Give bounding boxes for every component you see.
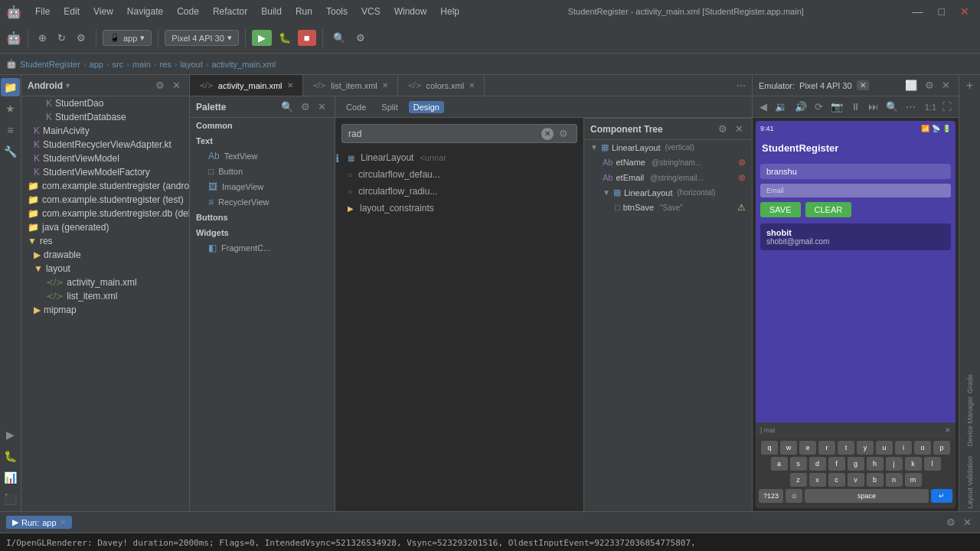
emu-fold-button[interactable]: ⏭ [866,99,880,114]
terminal-icon-side[interactable]: ⬛ [1,490,20,508]
comp-btnsave[interactable]: □ btnSave "Save" ⚠ [584,200,752,215]
settings-icon[interactable]: ⚙ [73,30,90,46]
comp-etemail[interactable]: Ab etEmail @string/email... ⊗ [584,170,752,185]
kb-f[interactable]: f [828,457,845,471]
maximize-button[interactable]: □ [934,5,949,18]
run-close-button[interactable]: ✕ [961,516,974,529]
kb-p[interactable]: p [933,441,950,455]
emu-layout-button[interactable]: ⬜ [903,78,920,93]
profiler-icon[interactable]: 📊 [1,468,20,487]
minimize-button[interactable]: — [908,5,928,18]
menu-refactor[interactable]: Refactor [208,5,252,18]
kb-k[interactable]: k [905,457,922,471]
sidebar-settings-button[interactable]: ⚙ [153,79,167,92]
tab-colors[interactable]: ≺/≻ colors.xml ✕ [398,75,485,96]
kb-v[interactable]: v [848,473,864,487]
emu-save-button[interactable]: SAVE [760,202,801,217]
emu-vol-up-button[interactable]: 🔊 [792,99,809,114]
debug-icon-side[interactable]: 🐛 [1,447,20,465]
menu-build[interactable]: Build [256,5,286,18]
comp-linearlayout-vertical[interactable]: ▼ ▦ LinearLayout (vertical) [584,140,752,155]
emu-rotate-button[interactable]: ⟳ [812,99,825,114]
tree-student-dao[interactable]: K StudentDao [21,96,189,110]
kb-y[interactable]: y [857,441,874,455]
android-dropdown-icon[interactable]: ▾ [66,81,70,90]
tree-student-database[interactable]: K StudentDatabase [21,110,189,124]
emu-vol-down-button[interactable]: 🔉 [773,99,789,114]
tree-debug[interactable]: 📁 com.example.studentregister.db (debug) [21,207,189,220]
kb-s[interactable]: s [790,457,807,471]
emu-email-field[interactable]: Email [760,184,951,197]
kb-space[interactable]: space [805,489,929,503]
palette-button[interactable]: □ Button [190,164,335,179]
tree-androidtest[interactable]: 📁 com.example.studentregister (androidTe… [21,179,189,193]
search-result-circular-radius[interactable]: ○ circularflow_radiu... [341,183,577,200]
run-icon[interactable]: ▶ [3,425,18,444]
menu-view[interactable]: View [89,5,118,18]
palette-search-button[interactable]: 🔍 [279,100,296,113]
tab-close-3[interactable]: ✕ [469,81,475,90]
tree-drawable[interactable]: ▶ drawable [21,248,189,262]
menu-window[interactable]: Window [390,5,432,18]
close-button[interactable]: ✕ [956,5,974,18]
search-everywhere-button[interactable]: 🔍 [329,30,349,46]
run-tab[interactable]: ▶ Run: app ✕ [6,516,72,529]
tab-activity-main[interactable]: ≺/≻ activity_main.xml ✕ [190,75,303,96]
tree-layout[interactable]: ▼ layout [21,262,189,276]
stop-button[interactable]: ■ [298,30,316,46]
search-input[interactable] [348,129,541,139]
emu-zoom-button[interactable]: 🔍 [884,99,900,114]
emu-back-button[interactable]: ◀ [757,99,769,114]
menu-vcs[interactable]: VCS [357,5,385,18]
settings-button[interactable]: ⚙ [352,30,369,46]
search-result-layout-constraints[interactable]: ▶ layout_constraints [341,200,577,217]
palette-widgets-cat[interactable]: Widgets [190,225,335,240]
palette-recyclerview[interactable]: ≡ RecyclerView [190,194,335,210]
sidebar-close-button[interactable]: ✕ [170,79,183,92]
breadcrumb-layout[interactable]: layout [180,60,202,69]
palette-close-button[interactable]: ✕ [315,100,328,113]
kb-b[interactable]: b [867,473,884,487]
kb-m[interactable]: m [905,473,922,487]
kb-z[interactable]: z [790,473,807,487]
palette-text[interactable]: Text [190,133,335,148]
tree-viewmodelfactory[interactable]: K StudentViewModelFactory [21,165,189,179]
emu-close-button[interactable]: ✕ [939,78,952,93]
kb-o[interactable]: o [914,441,931,455]
device-selector[interactable]: 📱 app ▾ [103,30,152,46]
kb-emoji[interactable]: ☺ [786,489,802,503]
emulator-tab-close[interactable]: ✕ [857,80,869,90]
menu-navigate[interactable]: Navigate [122,5,168,18]
tree-main-activity[interactable]: K MainAcivity [21,124,189,138]
kb-i[interactable]: i [895,441,912,455]
search-result-circular-default[interactable]: ○ circularflow_defau... [341,166,577,183]
right-add-button[interactable]: + [964,78,975,93]
menu-help[interactable]: Help [436,5,464,18]
menu-edit[interactable]: Edit [59,5,84,18]
emulator-selector[interactable]: Pixel 4 API 30 ▾ [165,30,239,46]
comp-tree-close-button[interactable]: ✕ [733,122,746,135]
kb-j[interactable]: j [886,457,903,471]
menu-run[interactable]: Run [291,5,317,18]
run-settings-button[interactable]: ⚙ [944,516,958,529]
kb-enter[interactable]: ↵ [931,489,952,503]
tree-test[interactable]: 📁 com.example.studentregister (test) [21,193,189,207]
emu-power-button[interactable]: ⏸ [848,99,863,114]
kb-q[interactable]: q [761,441,778,455]
kb-d[interactable]: d [809,457,826,471]
emu-expand-button[interactable]: ⛶ [939,99,954,114]
palette-buttons-cat[interactable]: Buttons [190,210,335,225]
kb-symbols[interactable]: ?123 [759,489,783,503]
kb-t[interactable]: t [838,441,854,455]
emu-name-field[interactable]: branshu [760,164,951,179]
kb-e[interactable]: e [799,441,816,455]
run-tab-close-btn[interactable]: ✕ [60,518,66,527]
kb-u[interactable]: u [876,441,893,455]
kb-a[interactable]: a [771,457,788,471]
project-icon[interactable]: 📁 [1,78,20,96]
gradle-icon[interactable]: 🔧 [1,142,20,161]
tab-more-button[interactable]: ⋯ [730,80,752,91]
design-view-button[interactable]: Design [409,101,444,113]
tab-close-2[interactable]: ✕ [382,81,388,90]
menu-tools[interactable]: Tools [322,5,352,18]
